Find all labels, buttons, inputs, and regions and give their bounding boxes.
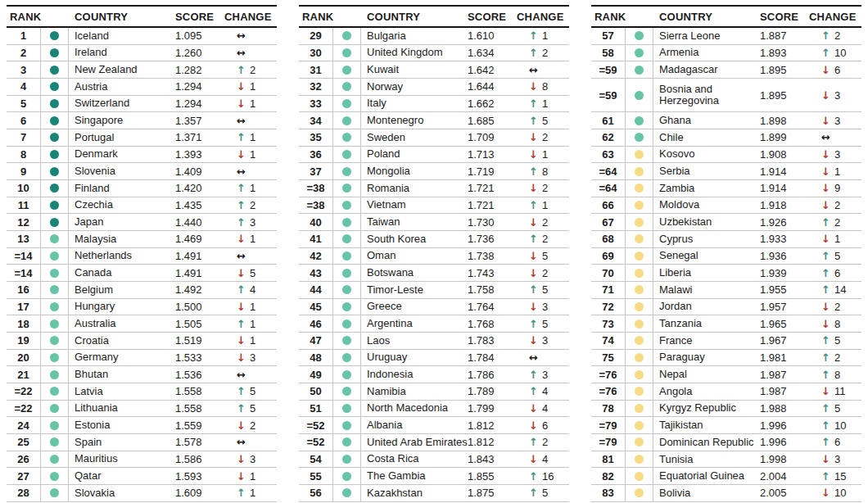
table-row: 83 Bolivia 2.005 ↓ 10 bbox=[591, 485, 861, 502]
peace-tier-dot-cell bbox=[626, 180, 653, 197]
change-value: 2 bbox=[250, 64, 255, 76]
rank-down-arrow-icon: ↓ bbox=[529, 81, 540, 92]
score-value: 1.988 bbox=[760, 401, 809, 417]
peace-tier-dot-cell bbox=[333, 79, 361, 95]
peace-tier-dot-cell bbox=[333, 350, 361, 366]
country-name: Italy bbox=[361, 96, 468, 112]
peace-tier-dot-icon bbox=[50, 488, 59, 497]
change-cell: ↓ 3 bbox=[224, 451, 277, 468]
peace-tier-dot-icon bbox=[635, 133, 644, 142]
country-name: Canada bbox=[69, 265, 175, 281]
table-row: 81 Tunisia 1.998 ↓ 3 bbox=[591, 451, 861, 469]
change-value: 6 bbox=[834, 64, 840, 76]
table-row: 56 Kazakhstan 1.875 ↑ 5 bbox=[299, 485, 569, 502]
score-value: 1.559 bbox=[175, 417, 224, 433]
change-column-header: CHANGE bbox=[517, 11, 569, 23]
rank-value: 73 bbox=[591, 315, 626, 332]
rank-value: 20 bbox=[7, 350, 41, 366]
change-cell: ↑ 8 bbox=[517, 163, 569, 179]
rank-up-arrow-icon: ↑ bbox=[529, 30, 540, 41]
peace-tier-dot-cell bbox=[41, 248, 69, 265]
table-body: 1 Iceland 1.095 ↔ 2 Ireland 1.260 ↔ 3 Ne… bbox=[7, 28, 277, 502]
peace-tier-dot-cell bbox=[626, 197, 653, 214]
table-body: 29 Bulgaria 1.610 ↑ 1 30 United Kingdom … bbox=[299, 28, 569, 502]
peace-tier-dot-cell bbox=[41, 79, 69, 95]
rank-value: =22 bbox=[7, 401, 41, 417]
score-value: 1.936 bbox=[760, 248, 809, 265]
peace-tier-dot-icon bbox=[342, 82, 351, 91]
peace-tier-dot-cell bbox=[626, 129, 653, 146]
change-cell: ↑ 1 bbox=[224, 315, 277, 332]
country-name: Austria bbox=[69, 79, 175, 95]
country-name: Tajikistan bbox=[653, 417, 760, 433]
peace-tier-dot-icon bbox=[635, 370, 644, 379]
table-row: =64 Serbia 1.914 ↓ 1 bbox=[591, 163, 861, 180]
rank-value: 55 bbox=[299, 468, 333, 484]
change-cell: ↔ bbox=[517, 350, 569, 366]
table-row: =64 Zambia 1.914 ↓ 9 bbox=[591, 180, 861, 197]
change-cell: ↓ 3 bbox=[224, 350, 277, 366]
change-cell: ↑ 5 bbox=[224, 401, 277, 417]
peace-tier-dot-cell bbox=[626, 434, 653, 451]
score-value: 1.981 bbox=[760, 350, 809, 366]
change-value: 2 bbox=[542, 267, 548, 279]
change-value: 10 bbox=[834, 47, 846, 59]
peace-tier-dot-cell bbox=[333, 45, 361, 61]
change-cell: ↑ 5 bbox=[224, 383, 277, 400]
score-value: 1.435 bbox=[175, 197, 224, 214]
peace-tier-dot-cell bbox=[626, 299, 653, 315]
change-cell: ↑ 6 bbox=[809, 434, 861, 451]
peace-tier-dot-icon bbox=[342, 437, 351, 446]
change-cell: ↑ 8 bbox=[809, 366, 861, 383]
score-value: 1.799 bbox=[468, 401, 517, 417]
table-row: 40 Taiwan 1.730 ↓ 2 bbox=[299, 214, 569, 231]
score-value: 1.758 bbox=[468, 282, 517, 298]
rank-value: 11 bbox=[7, 197, 41, 214]
change-value: 5 bbox=[834, 402, 840, 415]
country-name: Belgium bbox=[69, 282, 175, 298]
peace-tier-dot-cell bbox=[41, 231, 69, 247]
change-cell: ↓ 3 bbox=[809, 112, 861, 129]
peace-tier-dot-icon bbox=[342, 319, 351, 329]
peace-tier-dot-icon bbox=[635, 421, 644, 430]
score-value: 1.955 bbox=[760, 282, 809, 298]
table-header: RANK COUNTRY SCORE CHANGE bbox=[299, 5, 569, 28]
country-name: Malaysia bbox=[69, 231, 175, 247]
country-name: Ghana bbox=[653, 112, 760, 129]
score-value: 1.095 bbox=[175, 28, 224, 44]
change-column-header: CHANGE bbox=[809, 11, 861, 23]
score-value: 1.491 bbox=[175, 265, 224, 281]
country-name: Namibia bbox=[361, 383, 468, 400]
change-cell: ↔ bbox=[224, 112, 277, 129]
peace-tier-dot-cell bbox=[41, 129, 69, 146]
table-row: =14 Netherlands 1.491 ↔ bbox=[7, 248, 277, 265]
change-value: 4 bbox=[542, 385, 548, 397]
country-name: Oman bbox=[361, 248, 468, 265]
table-row: 72 Jordan 1.957 ↓ 2 bbox=[591, 299, 861, 316]
country-name: Norway bbox=[361, 79, 468, 95]
rank-down-arrow-icon: ↓ bbox=[237, 335, 248, 346]
change-value: 1 bbox=[250, 470, 255, 483]
peace-tier-dot-icon bbox=[50, 31, 59, 40]
rank-up-arrow-icon: ↑ bbox=[237, 65, 248, 75]
score-value: 1.294 bbox=[175, 79, 224, 95]
score-value: 1.987 bbox=[760, 366, 809, 383]
peace-tier-dot-icon bbox=[50, 421, 59, 430]
country-name: Greece bbox=[361, 299, 468, 315]
change-value: 5 bbox=[542, 318, 548, 330]
change-cell: ↑ 5 bbox=[517, 112, 569, 129]
peace-tier-dot-icon bbox=[635, 31, 644, 40]
score-value: 1.371 bbox=[175, 129, 224, 146]
country-name: Botswana bbox=[361, 265, 468, 281]
rank-value: 50 bbox=[299, 383, 333, 400]
rank-down-arrow-icon: ↓ bbox=[237, 149, 248, 160]
peace-tier-dot-icon bbox=[635, 455, 644, 464]
table-row: 45 Greece 1.764 ↓ 3 bbox=[299, 299, 569, 316]
country-name: Kyrgyz Republic bbox=[653, 401, 760, 417]
peace-tier-dot-cell bbox=[333, 282, 361, 298]
peace-tier-dot-icon bbox=[342, 269, 351, 278]
rank-value: 72 bbox=[591, 299, 626, 315]
peace-tier-dot-icon bbox=[342, 234, 351, 243]
rank-value: =64 bbox=[591, 163, 626, 179]
peace-tier-dot-icon bbox=[635, 218, 644, 227]
